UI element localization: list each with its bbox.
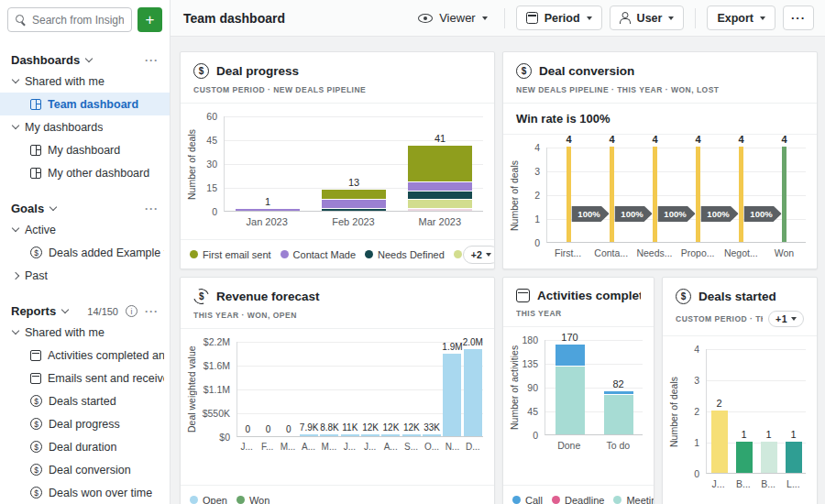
chart-legend: OpenWon [181,485,494,504]
legend-label: Won [249,495,270,504]
caret-down-icon [482,16,488,20]
y-tick-label: 0 [212,206,217,217]
chart-legend: CallDeadlineMeeting [503,485,654,504]
sidebar-item-deals-started[interactable]: Deals started [0,389,170,412]
chart-column: 4 [590,148,633,242]
x-tick-label: To do [594,440,644,451]
sidebar-item-shared-with-me[interactable]: Shared with me [0,321,170,344]
y-axis-ticks: 18013590450 [521,340,544,435]
legend-item[interactable]: Won [236,495,270,504]
more-menu-icon[interactable]: ··· [145,203,159,214]
bar-segment [341,434,359,436]
card-subtitle: THIS YEAR · WON, OPEN [193,311,481,320]
legend-item[interactable]: Meeting [613,495,654,504]
y-tick-label: 2 [694,406,699,417]
legend-label: Needs Defined [378,249,445,260]
legend-item[interactable]: First email sent [190,249,271,260]
chart-bar [402,434,421,436]
sidebar-item-my-other-dashboard[interactable]: My other dashboard [0,161,170,184]
bar-segment [408,146,472,182]
x-tick-label: Jan 2023 [224,216,310,227]
win-rate-text: Win rate is 100% [503,104,817,135]
bar-segment [322,209,386,211]
legend-item[interactable]: Contact Made [280,249,356,260]
sidebar-item-deal-progress[interactable]: Deal progress [0,412,170,435]
bar-segment [653,147,657,242]
chart-bar [653,147,657,242]
card-subtitle: CUSTOM PERIOD · NEW DEALS PIPELINE [193,85,481,94]
add-button[interactable]: + [138,7,162,32]
card-title: Deal conversion [539,64,634,78]
sidebar-group-title[interactable]: Reports [11,304,56,318]
legend-more-button[interactable]: +2 [463,246,494,264]
deal-progress-card: Deal progress CUSTOM PERIOD · NEW DEALS … [180,51,495,269]
x-tick-label: D... [463,442,483,452]
caret-down-icon [791,317,797,321]
sidebar-item-team-dashboard[interactable]: Team dashboard [0,93,170,115]
user-filter-button[interactable]: User [610,5,685,30]
bar-segment [320,434,338,436]
subtitle-more-button[interactable]: +1 [768,311,804,327]
chart-bar [408,146,472,211]
legend-item[interactable]: Open [190,495,227,504]
bar-value-label: 4 [695,135,700,145]
info-icon[interactable] [126,305,138,317]
sidebar-group-title[interactable]: Goals [11,202,44,215]
sidebar-item-deals-won-over-time[interactable]: Deals won over time [0,481,170,504]
sidebar-item-active[interactable]: Active [0,218,170,241]
sidebar-item-deal-conversion[interactable]: Deal conversion [0,458,170,481]
chart-bar [711,411,728,473]
chevron-down-icon [12,122,19,129]
x-tick-label: M... [319,442,339,452]
bar-segment [236,209,300,211]
legend-item[interactable]: Call [512,495,543,504]
chart-bar [761,442,777,473]
deals-started-card: Deals started CUSTOM PERIOD · THIS IS +1… [662,277,818,504]
legend-dot [613,496,622,504]
card-header: Activities complete... THIS YEAR [503,278,654,326]
bar-value-label: 4 [738,135,743,145]
sidebar-item-my-dashboards[interactable]: My dashboards [0,115,170,138]
legend-label: Open [203,495,227,504]
sidebar-item-my-dashboard[interactable]: My dashboard [0,138,170,161]
more-menu-icon[interactable]: ··· [145,306,159,317]
sidebar-item-deal-duration[interactable]: Deal duration [0,435,170,458]
more-menu-icon[interactable]: ··· [145,55,159,66]
topbar: Team dashboard Viewer Period User [170,0,825,37]
bar-segment [408,182,472,192]
legend-label: First email sent [203,249,271,260]
sidebar-group-title[interactable]: Dashboards [11,53,80,67]
insights-app: Search from Insights + Dashboards···Shar… [0,0,825,504]
sidebar-item-activities-completed-an[interactable]: Activities completed an... [0,344,170,367]
viewer-dropdown[interactable]: Viewer [412,11,493,25]
bar-value-label: 4 [652,135,657,145]
chart-column: 1 [756,349,781,473]
sidebar-item-shared-with-me[interactable]: Shared with me [0,70,170,93]
sidebar-item-deals-added-example-t[interactable]: Deals added Example t... [0,241,170,264]
more-menu-button[interactable]: ··· [783,5,814,30]
y-axis-label: Number of deals [666,349,680,474]
chart-column: 0 [258,342,278,436]
card-header: Deals started CUSTOM PERIOD · THIS IS +1 [663,278,817,335]
sidebar-item-past[interactable]: Past [0,264,170,287]
bar-value-label: 1 [790,430,796,440]
x-tick-label: Needs... [632,247,676,258]
deal-conversion-chart: Number of deals43210444444100%100%100%10… [503,135,817,268]
period-filter-button[interactable]: Period [516,5,602,30]
bar-value-label: 12K [383,423,400,433]
sidebar-group-header: Reports14/150··· [0,301,170,321]
legend-item[interactable]: Needs Defined [365,249,445,260]
dashboard-row-2: Revenue forecast THIS YEAR · WON, OPEN D… [180,277,818,504]
legend-item[interactable]: Deadline [552,495,604,504]
export-button[interactable]: Export [707,5,776,30]
deal-icon [30,441,42,453]
y-tick-label: 45 [527,406,538,417]
search-input[interactable]: Search from Insights [7,7,132,32]
legend-label: Call [525,495,543,504]
bar-value-label: 41 [434,134,446,144]
x-axis-labels: First...Conta...Needs...Propo...Negot...… [546,247,806,258]
chart-column: 1.9M [442,342,462,436]
bar-segment [739,147,743,242]
y-axis-label: Number of activities [507,340,521,435]
sidebar-item-emails-sent-and-received[interactable]: Emails sent and received [0,367,170,389]
